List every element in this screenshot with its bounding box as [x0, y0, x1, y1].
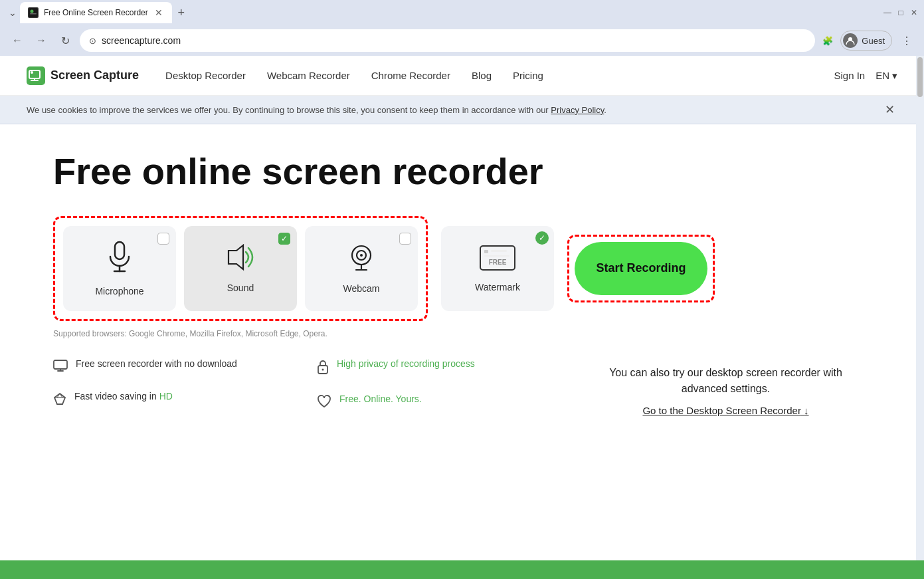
- page-content: Screen Capture Desktop Recorder Webcam R…: [0, 56, 924, 560]
- desktop-cta: You can also try our desktop screen reco…: [581, 358, 871, 423]
- webcam-card[interactable]: Webcam: [305, 226, 418, 311]
- cookie-banner: We use cookies to improve the services w…: [0, 96, 924, 124]
- feature-text-no-download: Free screen recorder with no download: [76, 358, 237, 369]
- browser-titlebar: ⌄ Free Online Screen Recorder ✕ + — □ ✕: [0, 0, 924, 25]
- nav-blog[interactable]: Blog: [472, 70, 492, 81]
- watermark-card[interactable]: ✓ FREE Watermark: [441, 226, 554, 311]
- address-bar[interactable]: ⊙ screencapture.com: [80, 29, 815, 52]
- site-nav: Screen Capture Desktop Recorder Webcam R…: [0, 56, 924, 96]
- tab-close-button[interactable]: ✕: [153, 7, 164, 18]
- nav-chrome-recorder[interactable]: Chrome Recorder: [371, 70, 450, 81]
- profile-avatar: [843, 33, 858, 48]
- footer-bar: [0, 560, 924, 579]
- profile-label: Guest: [862, 36, 885, 46]
- address-icon: ⊙: [89, 36, 96, 46]
- watermark-icon: FREE: [479, 245, 516, 274]
- tab-bar: ⌄ Free Online Screen Recorder ✕ +: [5, 0, 880, 25]
- recording-area: Microphone ✓ Sound: [53, 216, 871, 321]
- svg-point-6: [31, 71, 33, 74]
- browser-frame: ⌄ Free Online Screen Recorder ✕ + — □ ✕: [0, 0, 924, 579]
- svg-text:FREE: FREE: [489, 259, 507, 266]
- privacy-policy-link[interactable]: Privacy Policy: [551, 105, 604, 115]
- feature-hd: Fast video saving in HD: [53, 391, 317, 409]
- feature-text-privacy: High privacy of recording process: [337, 358, 475, 369]
- tab-list-button[interactable]: ⌄: [5, 5, 20, 20]
- watermark-checkbox[interactable]: ✓: [535, 231, 549, 245]
- scrollbar-thumb[interactable]: [917, 57, 923, 97]
- logo-icon: [27, 66, 45, 85]
- microphone-checkbox[interactable]: [157, 233, 169, 245]
- diamond-icon: [53, 392, 66, 409]
- svg-marker-12: [229, 245, 243, 269]
- lock-icon: [317, 360, 329, 378]
- desktop-cta-text: You can also try our desktop screen reco…: [594, 365, 858, 397]
- monitor-icon: [53, 360, 68, 375]
- start-recording-button[interactable]: Start Recording: [575, 242, 707, 295]
- browser-toolbar: ← → ↻ ⊙ screencapture.com 🧩 Guest ⋮: [0, 25, 924, 56]
- watermark-label: Watermark: [475, 282, 520, 292]
- browser-tab[interactable]: Free Online Screen Recorder ✕: [20, 2, 172, 23]
- scrollbar[interactable]: [916, 56, 924, 560]
- svg-point-31: [322, 368, 324, 370]
- desktop-recorder-link[interactable]: Go to the Desktop Screen Recorder ↓: [642, 405, 808, 416]
- svg-rect-8: [34, 78, 35, 80]
- address-text: screencapture.com: [102, 35, 806, 46]
- feature-free: Free. Online. Yours.: [317, 394, 581, 411]
- nav-webcam-recorder[interactable]: Webcam Recorder: [267, 70, 350, 81]
- svg-point-15: [360, 254, 363, 257]
- toolbar-right: 🧩 Guest ⋮: [820, 31, 916, 51]
- lang-arrow: ▾: [892, 70, 897, 82]
- lang-label: EN: [876, 70, 889, 81]
- svg-rect-19: [484, 250, 488, 253]
- features-col-1: Free screen recorder with no download Fa…: [53, 358, 317, 425]
- svg-rect-9: [115, 242, 124, 259]
- nav-links: Desktop Recorder Webcam Recorder Chrome …: [165, 70, 834, 81]
- tab-title: Free Online Screen Recorder: [44, 8, 148, 17]
- features-col-2: High privacy of recording process Free. …: [317, 358, 581, 427]
- webcam-label: Webcam: [343, 283, 380, 294]
- sound-checkbox[interactable]: ✓: [278, 233, 290, 245]
- hero-section: Free online screen recorder: [0, 124, 924, 447]
- controls-box: Microphone ✓ Sound: [53, 216, 428, 321]
- webcam-checkbox[interactable]: [399, 233, 411, 245]
- nav-pricing[interactable]: Pricing: [513, 70, 543, 81]
- nav-right: Sign In EN ▾: [834, 70, 897, 82]
- heart-icon: [317, 395, 331, 411]
- sound-icon: [226, 244, 255, 275]
- minimize-button[interactable]: —: [883, 8, 892, 17]
- forward-button[interactable]: →: [32, 31, 50, 50]
- svg-rect-2: [30, 13, 37, 15]
- extensions-icon[interactable]: 🧩: [820, 33, 835, 48]
- browser-menu-button[interactable]: ⋮: [897, 31, 916, 50]
- close-window-button[interactable]: ✕: [909, 8, 919, 17]
- svg-rect-18: [480, 246, 515, 270]
- webcam-icon: [347, 243, 375, 275]
- svg-rect-23: [54, 360, 67, 369]
- feature-privacy: High privacy of recording process: [317, 358, 581, 378]
- svg-point-1: [31, 10, 34, 13]
- microphone-card[interactable]: Microphone: [63, 226, 176, 311]
- sound-label: Sound: [227, 283, 254, 293]
- svg-rect-20: [491, 250, 507, 252]
- tab-favicon: [28, 7, 39, 18]
- signin-link[interactable]: Sign In: [834, 70, 865, 81]
- svg-marker-26: [54, 394, 65, 404]
- refresh-button[interactable]: ↻: [56, 31, 74, 50]
- svg-rect-7: [31, 80, 39, 81]
- nav-desktop-recorder[interactable]: Desktop Recorder: [165, 70, 246, 81]
- back-button[interactable]: ←: [8, 31, 27, 50]
- new-tab-button[interactable]: +: [172, 3, 191, 22]
- profile-button[interactable]: Guest: [840, 31, 892, 51]
- features-section: Free screen recorder with no download Fa…: [53, 358, 871, 427]
- feature-text-free: Free. Online. Yours.: [339, 394, 422, 404]
- feature-no-download: Free screen recorder with no download: [53, 358, 317, 375]
- microphone-icon: [106, 241, 133, 278]
- cookie-close-button[interactable]: ✕: [882, 102, 897, 117]
- maximize-button[interactable]: □: [896, 8, 905, 17]
- svg-rect-0: [29, 8, 38, 17]
- language-selector[interactable]: EN ▾: [876, 70, 897, 82]
- sound-card[interactable]: ✓ Sound: [184, 226, 297, 311]
- microphone-label: Microphone: [95, 286, 143, 296]
- logo[interactable]: Screen Capture: [27, 66, 139, 85]
- start-recording-wrapper: Start Recording: [567, 235, 715, 302]
